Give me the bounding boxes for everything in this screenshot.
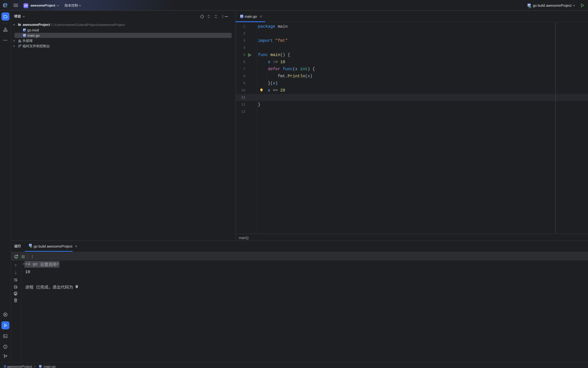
svg-text:GO: GO	[4, 4, 7, 6]
